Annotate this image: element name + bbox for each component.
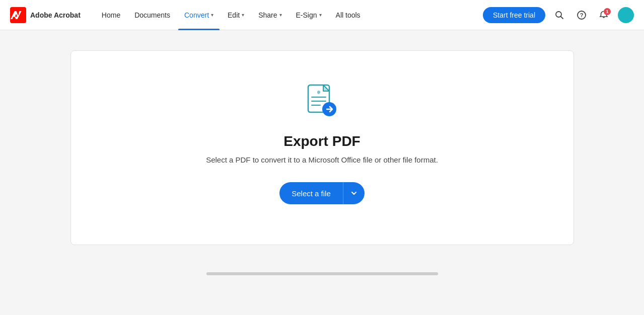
- nav-edit[interactable]: Edit ▾: [222, 0, 250, 30]
- main-content: Export PDF Select a PDF to convert it to…: [0, 30, 644, 285]
- notifications-button[interactable]: 1: [596, 7, 612, 23]
- start-trial-button[interactable]: Start free trial: [483, 7, 545, 23]
- edit-chevron-icon: ▾: [242, 12, 244, 18]
- export-pdf-icon: [302, 81, 342, 121]
- bottom-scrollbar: [206, 272, 438, 275]
- export-subtitle: Select a PDF to convert it to a Microsof…: [206, 155, 438, 164]
- export-pdf-icon-wrapper: [302, 81, 342, 121]
- nav-alltools[interactable]: All tools: [330, 0, 367, 30]
- search-icon: [555, 11, 564, 20]
- nav-links: Home Documents Convert ▾ Edit ▾ Share ▾ …: [96, 0, 483, 30]
- navbar: Adobe Acrobat Home Documents Convert ▾ E…: [0, 0, 644, 30]
- nav-esign[interactable]: E-Sign ▾: [290, 0, 328, 30]
- svg-rect-0: [10, 7, 26, 23]
- convert-chevron-icon: ▾: [211, 12, 213, 18]
- search-button[interactable]: [551, 7, 567, 23]
- nav-share[interactable]: Share ▾: [252, 0, 288, 30]
- adobe-logo-icon: [10, 7, 26, 23]
- select-file-group: Select a file: [279, 182, 365, 204]
- esign-chevron-icon: ▾: [319, 12, 322, 18]
- bottom-hint: [70, 260, 574, 275]
- brand-name: Adobe Acrobat: [30, 11, 81, 19]
- user-avatar[interactable]: [618, 7, 634, 23]
- help-button[interactable]: ?: [574, 7, 590, 23]
- help-icon: ?: [577, 11, 586, 20]
- nav-actions: Start free trial ? 1: [483, 7, 634, 23]
- share-chevron-icon: ▾: [279, 12, 282, 18]
- export-title: Export PDF: [283, 133, 360, 149]
- select-file-dropdown-button[interactable]: [343, 182, 365, 204]
- nav-convert[interactable]: Convert ▾: [178, 0, 220, 30]
- dropdown-chevron-icon: [350, 190, 357, 197]
- notification-count: 1: [604, 8, 611, 15]
- brand-logo-link[interactable]: Adobe Acrobat: [10, 7, 81, 23]
- export-card: Export PDF Select a PDF to convert it to…: [70, 50, 574, 245]
- select-file-button[interactable]: Select a file: [279, 182, 343, 204]
- svg-line-2: [561, 16, 563, 19]
- nav-documents[interactable]: Documents: [128, 0, 176, 30]
- svg-text:?: ?: [580, 12, 584, 18]
- nav-home[interactable]: Home: [96, 0, 126, 30]
